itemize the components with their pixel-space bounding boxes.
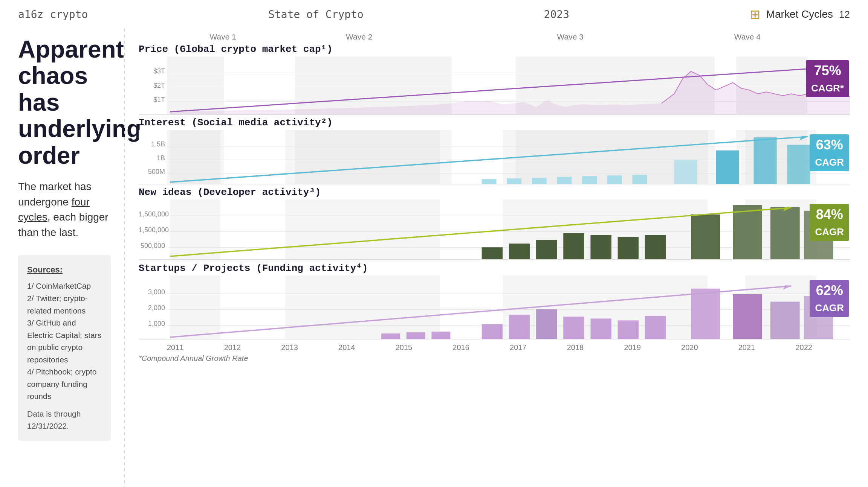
svg-rect-43	[431, 332, 450, 339]
interest-chart-area: 1.5B 1B 500M	[139, 130, 850, 184]
footnote: *Compound Annual Growth Rate	[139, 354, 850, 363]
svg-rect-21	[285, 199, 440, 259]
wave-labels: Wave 1 Wave 2 Wave 3 Wave 4	[169, 32, 850, 44]
interest-chart-title: Interest (Social media activity²)	[139, 117, 850, 128]
svg-rect-46	[536, 309, 557, 339]
svg-rect-37	[170, 275, 220, 339]
sources-box: Sources: 1/ CoinMarketCap 2/ Twitter; cr…	[18, 255, 111, 441]
svg-line-1	[170, 68, 825, 112]
svg-rect-50	[645, 316, 666, 339]
svg-rect-33	[770, 207, 800, 259]
svg-rect-48	[590, 318, 611, 339]
svg-rect-52	[733, 294, 762, 339]
svg-rect-26	[536, 240, 557, 259]
x-label-2011: 2011	[167, 343, 184, 352]
wave4-label: Wave 4	[734, 32, 761, 41]
svg-rect-15	[716, 151, 739, 184]
report-label: State of Crypto	[268, 8, 364, 21]
svg-rect-25	[509, 244, 530, 259]
startups-chart-section: Startups / Projects (Funding activity⁴) …	[139, 262, 850, 339]
svg-rect-47	[563, 317, 584, 339]
x-label-2016: 2016	[452, 343, 469, 352]
svg-rect-44	[482, 324, 503, 339]
price-cagr-badge: 75%CAGR*	[806, 60, 849, 97]
wave3-label: Wave 3	[557, 32, 584, 41]
interest-cagr-badge: 63%CAGR	[810, 134, 849, 171]
source-3: 3/ GitHub and Electric Capital; stars on…	[27, 317, 102, 366]
price-chart-title: Price (Global crypto market cap¹)	[139, 44, 850, 55]
svg-rect-22	[503, 199, 708, 259]
x-label-2019: 2019	[624, 343, 641, 352]
svg-rect-41	[381, 333, 400, 339]
svg-rect-23	[745, 199, 816, 259]
svg-rect-29	[618, 237, 639, 259]
svg-rect-20	[170, 199, 220, 259]
source-2: 2/ Twitter; crypto-related mentions	[27, 292, 102, 317]
x-axis-labels: 2011 2012 2013 2014 2015 2016 2017 2018 …	[167, 343, 850, 352]
svg-rect-38	[285, 275, 440, 339]
wave1-label: Wave 1	[209, 32, 236, 41]
wave2-label: Wave 2	[346, 32, 372, 41]
svg-marker-36	[783, 207, 791, 212]
x-label-2017: 2017	[510, 343, 527, 352]
market-cycles-label: Market Cycles	[766, 8, 833, 20]
headline: Apparent chaos has underlying order	[18, 36, 111, 169]
ideas-chart-section: New ideas (Developer activity³) 1,500,00…	[139, 187, 850, 260]
interest-chart-section: Interest (Social media activity²) 1.5B 1…	[139, 117, 850, 184]
svg-rect-39	[503, 275, 708, 339]
svg-rect-51	[691, 289, 720, 339]
ideas-chart-title: New ideas (Developer activity³)	[139, 187, 850, 198]
svg-rect-53	[770, 302, 800, 339]
svg-rect-49	[618, 320, 639, 339]
x-label-2021: 2021	[738, 343, 755, 352]
price-chart-area: $3T $2T $1T 75%CAGR*	[139, 56, 850, 115]
svg-rect-24	[482, 247, 503, 259]
svg-rect-45	[509, 315, 530, 339]
data-through: Data is through 12/31/2022.	[27, 408, 102, 432]
x-label-2015: 2015	[396, 343, 413, 352]
source-1: 1/ CoinMarketCap	[27, 280, 102, 292]
svg-rect-32	[733, 205, 762, 259]
svg-rect-40	[745, 275, 816, 339]
svg-line-35	[170, 208, 791, 256]
sources-title: Sources:	[27, 263, 102, 276]
header-icon: ⊞	[750, 7, 760, 22]
startups-chart-area: 3,000 2,000 1,000	[139, 275, 850, 339]
source-4: 4/ Pitchbook; crypto company funding rou…	[27, 366, 102, 403]
page-number: 12	[839, 9, 850, 20]
x-label-2013: 2013	[281, 343, 298, 352]
svg-rect-31	[691, 215, 720, 259]
x-label-2012: 2012	[224, 343, 241, 352]
brand-label: a16z crypto	[18, 8, 88, 21]
ideas-cagr-badge: 84%CAGR	[810, 204, 849, 241]
price-chart-section: Price (Global crypto market cap¹) $3T $2…	[139, 44, 850, 115]
x-label-2014: 2014	[338, 343, 355, 352]
ideas-chart-area: 1,500,000 1,500,000 500,000	[139, 199, 850, 260]
x-label-2018: 2018	[567, 343, 584, 352]
x-label-2022: 2022	[795, 343, 812, 352]
subtext: The market has undergone four cycles, ea…	[18, 179, 111, 240]
year-label: 2023	[544, 8, 569, 21]
startups-chart-title: Startups / Projects (Funding activity⁴)	[139, 262, 850, 274]
x-label-2020: 2020	[681, 343, 698, 352]
svg-rect-27	[563, 233, 584, 259]
svg-rect-42	[406, 332, 425, 339]
startups-cagr-badge: 62%CAGR	[810, 280, 849, 317]
svg-marker-56	[783, 285, 791, 290]
